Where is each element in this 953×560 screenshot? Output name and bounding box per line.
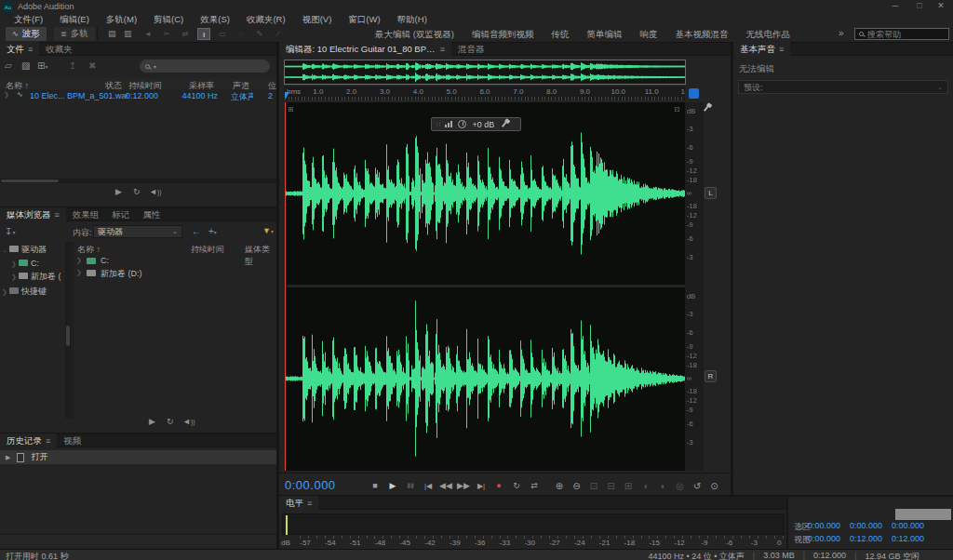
- media-list-row[interactable]: ❯ C:: [74, 255, 277, 267]
- tab-essential-sound[interactable]: 基本声音≡: [733, 42, 790, 57]
- tree-item-c-drive[interactable]: ❯ C:: [0, 256, 65, 268]
- workspace-button-5[interactable]: 基本视频混音: [675, 29, 728, 41]
- menu-item-3[interactable]: 剪辑(C): [145, 14, 192, 26]
- skip-selection-button[interactable]: ⇄: [527, 478, 542, 493]
- zoom-amplitude-button[interactable]: ⊞: [621, 478, 636, 493]
- tree-item-drives[interactable]: ⌄ 驱动器: [0, 242, 65, 256]
- fast-forward-button[interactable]: ▶▶: [456, 478, 471, 493]
- tool-icon-5[interactable]: ◌: [235, 28, 248, 40]
- waveform-view-button[interactable]: ∿ 波形: [6, 27, 47, 41]
- panel-menu-icon[interactable]: ≡: [779, 44, 784, 55]
- playhead-time[interactable]: 0:00.000: [285, 478, 336, 492]
- tab-video[interactable]: 视频: [57, 433, 87, 448]
- time-value[interactable]: 0:12.000: [842, 534, 882, 543]
- tab-media-2[interactable]: 标记: [105, 207, 136, 222]
- workspace-button-0[interactable]: 最大编辑 (双监视器): [375, 29, 454, 41]
- tab-mixer[interactable]: 混音器: [451, 42, 491, 57]
- maximize-button[interactable]: □: [908, 1, 931, 10]
- hud-drag-handle[interactable]: ∷: [436, 121, 439, 128]
- tab-files[interactable]: 文件≡: [0, 42, 39, 57]
- panel-layout-icon[interactable]: ▤: [108, 29, 116, 38]
- panel-menu-icon[interactable]: ≡: [440, 44, 445, 55]
- timeline-ruler[interactable]: hms 1.02.03.04.05.06.07.08.09.010.011.01…: [285, 87, 685, 100]
- files-search-box[interactable]: ▾: [140, 60, 270, 73]
- panel-layout-alt-icon[interactable]: ▥: [124, 29, 132, 38]
- pin-icon[interactable]: [704, 105, 709, 112]
- grid-toggle-icon[interactable]: ⊞: [288, 105, 294, 113]
- move-to-next-button[interactable]: ▶|: [474, 478, 489, 493]
- panel-menu-icon[interactable]: ≡: [28, 44, 33, 55]
- menu-item-2[interactable]: 多轨(M): [98, 14, 145, 26]
- scrollbar-thumb[interactable]: [66, 326, 70, 346]
- zoom-to-selection-button[interactable]: ◎: [673, 478, 688, 493]
- preview-speaker-icon[interactable]: ◄)): [149, 187, 162, 196]
- time-value[interactable]: 0:00.000: [800, 521, 840, 530]
- tool-icon-2[interactable]: ⇄: [179, 28, 192, 40]
- workspace-button-2[interactable]: 传统: [551, 29, 569, 41]
- zoom-in-time-button[interactable]: ⊕: [552, 478, 567, 493]
- tool-icon-4[interactable]: ▭: [216, 28, 229, 40]
- tab-media-1[interactable]: 效果组: [66, 207, 106, 222]
- time-value[interactable]: 0:00.000: [800, 534, 840, 543]
- expand-chevron-icon[interactable]: ❯: [76, 269, 82, 276]
- menu-item-6[interactable]: 视图(V): [294, 14, 341, 26]
- tab-media-0[interactable]: 媒体浏览器≡: [0, 207, 66, 222]
- move-to-previous-button[interactable]: |◀: [421, 478, 436, 493]
- file-row[interactable]: ❯ ∿ 10 Elec... BPM_a_501.wav 0:12.000 44…: [0, 89, 276, 101]
- reset-zoom-button[interactable]: ↺: [690, 478, 705, 493]
- panel-menu-icon[interactable]: ≡: [46, 435, 50, 447]
- expand-chevron-icon[interactable]: ❯: [76, 257, 82, 264]
- panel-menu-icon[interactable]: ≡: [307, 498, 312, 509]
- tool-icon-7[interactable]: ⁄: [272, 28, 285, 40]
- open-file-icon[interactable]: ▱: [5, 60, 12, 71]
- volume-hud[interactable]: ∷ +0 dB: [431, 117, 521, 131]
- preview-speaker-icon[interactable]: ◄)): [182, 417, 195, 426]
- menu-item-7[interactable]: 窗口(W): [340, 14, 388, 26]
- delete-file-icon[interactable]: ✖: [88, 60, 96, 71]
- channel-divider[interactable]: [285, 285, 685, 287]
- tree-item-shortcuts[interactable]: ❯ 快捷键: [0, 283, 65, 298]
- tab-editor[interactable]: 编辑器: 10 Electric Guitar 01_80 BPM_a_501.…: [279, 42, 451, 57]
- insert-to-multitrack-icon[interactable]: ↥: [69, 60, 76, 71]
- playhead-marker[interactable]: [285, 92, 289, 99]
- zoom-in-right-edge-button[interactable]: ◗: [655, 478, 670, 493]
- play-button[interactable]: ▶: [385, 478, 400, 493]
- hud-pin-icon[interactable]: [502, 121, 507, 127]
- zoom-out-all-button[interactable]: ⊙: [707, 478, 722, 493]
- workspace-button-3[interactable]: 简单编辑: [586, 29, 622, 41]
- media-list-row[interactable]: ❯ 新加卷 (D:): [74, 267, 277, 279]
- help-search-input[interactable]: [867, 30, 940, 39]
- minimize-button[interactable]: ─: [884, 1, 906, 10]
- menu-item-8[interactable]: 帮助(H): [389, 14, 436, 26]
- preview-loop-icon[interactable]: ↻: [133, 187, 141, 196]
- record-button[interactable]: ●: [491, 478, 506, 493]
- tool-icon-1[interactable]: ✂: [160, 28, 173, 40]
- contents-dropdown[interactable]: 驱动器 ⌄: [93, 225, 182, 238]
- waveform-display[interactable]: ⊞ ⊡ ∷ +0 dB: [285, 102, 685, 471]
- zoom-out-time-button[interactable]: ⊖: [570, 478, 584, 493]
- spectral-toggle-icon[interactable]: ⊡: [674, 105, 680, 113]
- add-shortcut-icon[interactable]: +▾: [208, 226, 217, 236]
- zoom-in-left-edge-button[interactable]: ◖: [638, 478, 653, 493]
- ruler-options-icon[interactable]: [689, 88, 699, 99]
- preview-play-icon[interactable]: ▶: [115, 187, 122, 196]
- time-value[interactable]: 0:00.000: [842, 521, 882, 530]
- preview-play-icon[interactable]: ▶: [149, 417, 155, 426]
- new-file-icon[interactable]: ⊞▾: [37, 60, 47, 71]
- workspace-button-6[interactable]: 无线电作品: [745, 29, 790, 41]
- media-tree-vscrollbar[interactable]: [65, 242, 72, 419]
- time-value[interactable]: 0:12.000: [884, 534, 924, 543]
- tab-media-3[interactable]: 属性: [136, 207, 167, 222]
- menu-item-0[interactable]: 文件(F): [6, 14, 51, 26]
- history-entry-open[interactable]: ▶ 打开: [0, 450, 276, 464]
- workspace-button-1[interactable]: 编辑音频到视频: [472, 29, 534, 41]
- file-name[interactable]: 10 Elec... BPM_a_501.wav: [30, 91, 128, 100]
- zoom-selection-button[interactable]: ⊟: [604, 478, 619, 493]
- tool-icon-6[interactable]: ✎: [253, 28, 266, 40]
- tab-favorites[interactable]: 收藏夹: [39, 42, 79, 57]
- tab-history[interactable]: 历史记录≡: [0, 433, 57, 448]
- scrollbar-thumb[interactable]: [1, 180, 59, 182]
- expand-chevron-icon[interactable]: ❯: [4, 91, 9, 99]
- panel-menu-icon[interactable]: ≡: [55, 209, 60, 220]
- close-button[interactable]: ✕: [931, 1, 951, 10]
